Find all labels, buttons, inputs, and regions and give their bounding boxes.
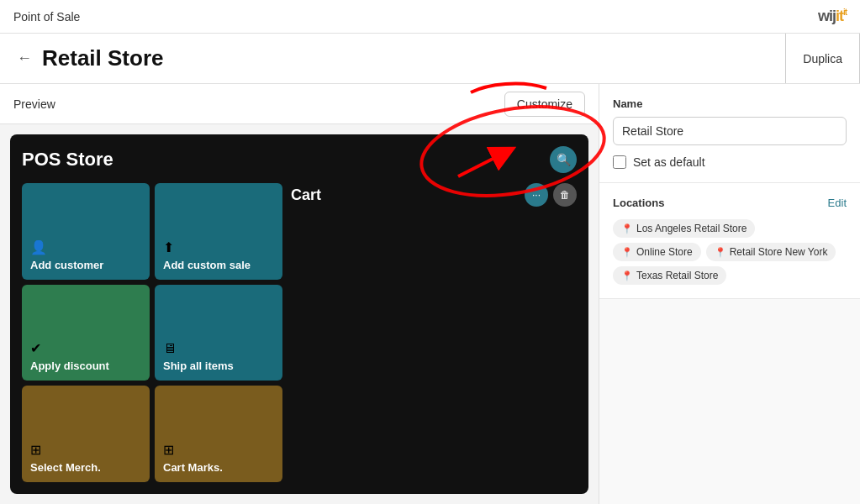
pos-store-name: POS Store	[22, 149, 113, 171]
preview-header: Preview Customize	[0, 84, 599, 124]
tile-ship-all-items[interactable]: 🖥 Ship all items	[155, 285, 282, 381]
pos-body: 👤 Add customer ⬆ Add custom sale ✔ Apply…	[22, 183, 577, 482]
tile-label-cart-marks: Cart Marks.	[163, 461, 274, 474]
nav-title: Point of Sale	[13, 10, 80, 24]
location-tag-ny: 📍 Retail Store New York	[706, 243, 836, 261]
pos-search-button[interactable]: 🔍	[550, 146, 577, 173]
cart-menu-button[interactable]: ···	[525, 183, 548, 207]
name-label: Name	[613, 97, 847, 110]
location-pin-icon: 📍	[621, 247, 633, 258]
brand-logo: wijitit	[818, 8, 847, 25]
set-default-row: Set as default	[613, 155, 847, 169]
tile-cart-marks[interactable]: ⊞ Cart Marks.	[155, 386, 282, 482]
pos-preview: POS Store 🔍 👤 Add customer ⬆ Add custom …	[10, 134, 588, 494]
left-panel: Preview Customize POS Store 🔍 👤 Add cust…	[0, 84, 599, 504]
cart-marks-icon: ⊞	[163, 442, 274, 458]
tiles-area: 👤 Add customer ⬆ Add custom sale ✔ Apply…	[22, 183, 282, 482]
preview-label: Preview	[13, 97, 55, 111]
top-navigation: Point of Sale wijitit	[0, 0, 860, 34]
select-merch-icon: ⊞	[30, 442, 141, 458]
back-button[interactable]: ←	[17, 50, 32, 67]
cart-title: Cart	[291, 186, 321, 204]
ship-all-items-icon: 🖥	[163, 341, 274, 356]
apply-discount-icon: ✔	[30, 340, 141, 356]
cart-area: Cart ··· 🗑	[291, 183, 577, 482]
tile-label-select-merch: Select Merch.	[30, 461, 141, 474]
pos-header: POS Store 🔍	[22, 146, 577, 173]
location-tag-texas: 📍 Texas Retail Store	[613, 266, 726, 285]
name-section: Name Set as default	[599, 84, 860, 183]
cart-delete-button[interactable]: 🗑	[553, 183, 577, 207]
location-tags: 📍 Los Angeles Retail Store 📍 Online Stor…	[613, 219, 847, 285]
add-customer-icon: 👤	[30, 239, 141, 255]
locations-edit-button[interactable]: Edit	[828, 197, 847, 209]
location-tag-label: Retail Store New York	[730, 246, 828, 258]
tile-label-add-custom-sale: Add custom sale	[163, 259, 274, 271]
duplicate-button[interactable]: Duplica	[785, 34, 860, 83]
tile-label-apply-discount: Apply discount	[30, 360, 141, 372]
location-tag-la: 📍 Los Angeles Retail Store	[613, 219, 755, 238]
location-pin-icon: 📍	[715, 247, 726, 258]
main-content: Preview Customize POS Store 🔍 👤 Add cust…	[0, 84, 860, 504]
tile-label-ship-all-items: Ship all items	[163, 360, 274, 372]
cart-actions: ··· 🗑	[525, 183, 577, 207]
customize-button[interactable]: Customize	[504, 92, 585, 117]
tile-add-customer[interactable]: 👤 Add customer	[22, 183, 150, 280]
location-tag-online: 📍 Online Store	[613, 243, 701, 261]
tile-add-custom-sale[interactable]: ⬆ Add custom sale	[155, 183, 282, 280]
set-default-checkbox[interactable]	[613, 155, 626, 169]
name-input[interactable]	[613, 117, 847, 145]
right-panel: Name Set as default Locations Edit 📍 Los…	[599, 84, 860, 504]
locations-header: Locations Edit	[613, 197, 847, 209]
locations-section: Locations Edit 📍 Los Angeles Retail Stor…	[599, 183, 860, 299]
location-tag-label: Online Store	[636, 246, 693, 258]
locations-title: Locations	[613, 197, 664, 209]
set-default-label: Set as default	[633, 155, 705, 169]
name-field-group: Name	[613, 97, 847, 145]
location-pin-icon: 📍	[621, 223, 633, 234]
cart-header: Cart ··· 🗑	[291, 183, 577, 207]
page-title: Retail Store	[42, 45, 164, 71]
location-tag-label: Los Angeles Retail Store	[636, 223, 747, 234]
tile-apply-discount[interactable]: ✔ Apply discount	[22, 285, 150, 381]
location-tag-label: Texas Retail Store	[636, 270, 718, 281]
page-header: ← Retail Store Duplica	[0, 34, 860, 84]
tile-label-add-customer: Add customer	[30, 259, 141, 271]
tile-select-merch[interactable]: ⊞ Select Merch.	[22, 386, 150, 482]
add-custom-sale-icon: ⬆	[163, 239, 274, 255]
location-pin-icon: 📍	[621, 270, 633, 281]
